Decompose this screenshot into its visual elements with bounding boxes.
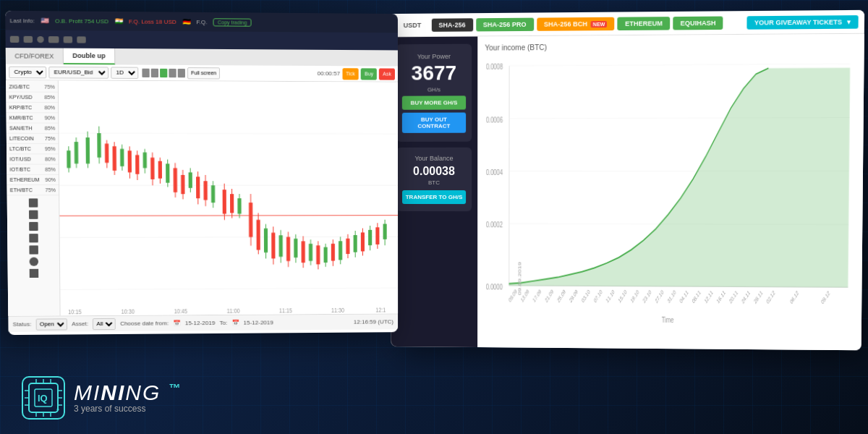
asset-type-select[interactable]: Crypto: [9, 66, 46, 78]
chart-icon-1[interactable]: [142, 68, 149, 77]
date-from-value: 15-12-2019: [185, 320, 216, 326]
date-to-label: To:: [219, 320, 227, 326]
balance-label: Your Balance: [402, 155, 466, 162]
sidebar-tool-5[interactable]: [29, 245, 38, 254]
buy-more-ghs-button[interactable]: BUY MORE GH/S: [402, 95, 466, 109]
tab-giveaway[interactable]: YOUR GIVEAWAY TICKETS ▾: [746, 15, 858, 30]
settings-icon[interactable]: [169, 68, 176, 77]
svg-text:24.11: 24.11: [741, 289, 751, 305]
zoom-icon[interactable]: [178, 69, 185, 77]
tab-ethereum[interactable]: ETHEREUM: [618, 17, 670, 30]
sidebar-tool-3[interactable]: [29, 222, 38, 231]
trading-sidebar: ZIG/BTC75% KPY/USD85% KRP/BTC80% KMR/BTC…: [6, 80, 60, 316]
asset-label: Asset:: [72, 320, 88, 327]
date-to-value: 15-12-2019: [244, 319, 273, 326]
list-item[interactable]: IOT/USD80%: [7, 154, 59, 164]
trading-panel: Last Info: 🇺🇸 O.B. Profit 754 USD 🇮🇳 F.Q…: [5, 11, 398, 335]
svg-line-0: [59, 133, 397, 134]
calendar-icon[interactable]: 📅: [173, 320, 180, 326]
sidebar-tool-4[interactable]: [29, 234, 38, 242]
tick-button[interactable]: Tick: [342, 68, 359, 80]
iq-mining-logo-icon: IQ: [22, 376, 65, 420]
balance-card: Your Balance 0.00038 BTC TRANSFER TO GH/…: [396, 148, 472, 211]
svg-text:0.0002: 0.0002: [486, 220, 503, 229]
trader2-flag: 🇮🇳: [114, 17, 122, 25]
list-item[interactable]: KRP/BTC80%: [6, 103, 58, 114]
pair-select[interactable]: EUR/USD_Bid: [48, 67, 109, 79]
tab-sha256-bch[interactable]: SHA-256 BCH NEW: [537, 17, 615, 30]
list-item[interactable]: KMR/BTC90%: [7, 113, 59, 123]
tab-cfd-forex[interactable]: CFD/FOREX: [6, 48, 64, 64]
fullscreen-button[interactable]: Full screen: [187, 67, 220, 79]
calendar-icon-2[interactable]: 📅: [231, 320, 239, 326]
svg-text:0.0004: 0.0004: [486, 167, 503, 176]
svg-text:10:45: 10:45: [174, 307, 187, 315]
ask-button[interactable]: Ask: [379, 68, 395, 80]
svg-text:25.09: 25.09: [556, 289, 566, 305]
svg-text:12:1: 12:1: [375, 307, 386, 314]
balance-unit: BTC: [402, 179, 466, 186]
chart-icon-3[interactable]: [160, 68, 167, 77]
asset-select[interactable]: All: [93, 318, 116, 329]
trading-topbar: Last Info: 🇺🇸 O.B. Profit 754 USD 🇮🇳 F.Q…: [5, 11, 398, 33]
tab-sha256[interactable]: SHA-256: [431, 18, 472, 32]
sidebar-tool-1[interactable]: [28, 198, 38, 207]
list-item[interactable]: ETH/BTC75%: [7, 185, 59, 195]
list-item[interactable]: ZIG/BTC75%: [6, 82, 58, 93]
nav-icon-2[interactable]: [24, 35, 33, 42]
trader1-info: O.B. Profit 754 USD: [55, 17, 109, 25]
copy-trading-button[interactable]: Copy trading: [213, 18, 252, 27]
svg-text:31.10: 31.10: [667, 289, 677, 305]
sidebar-tool-6[interactable]: [29, 258, 38, 266]
trading-chart: 10:15 10:30 10:45 11:00 11:15 11:30 12:1: [59, 80, 398, 315]
tab-usdt[interactable]: USDT: [396, 18, 429, 31]
svg-text:15.10: 15.10: [618, 289, 628, 305]
list-item[interactable]: SAN/ETH85%: [7, 123, 59, 133]
svg-text:17.09: 17.09: [532, 289, 542, 305]
candlesticks: [67, 126, 387, 271]
status-select[interactable]: Open: [36, 318, 67, 330]
interval-select[interactable]: 1D: [111, 67, 138, 78]
sidebar-tool-2[interactable]: [28, 210, 38, 219]
power-card: Your Power 3677 GH/s BUY MORE GH/S BUY O…: [396, 44, 472, 142]
svg-text:20.11: 20.11: [728, 289, 739, 305]
svg-text:10:15: 10:15: [68, 308, 81, 315]
svg-text:11:00: 11:00: [226, 307, 239, 315]
svg-line-3: [60, 288, 398, 289]
trading-tabs: CFD/FOREX Double up: [6, 48, 398, 67]
svg-text:28.11: 28.11: [753, 289, 763, 305]
income-chart-area: 0.0008 0.0006 0.0004 0.0002 0.0000 09.09…: [485, 54, 856, 326]
trading-nav: [5, 30, 397, 50]
logo-svg: IQ: [23, 378, 64, 418]
trading-main: ZIG/BTC75% KPY/USD85% KRP/BTC80% KMR/BTC…: [6, 80, 398, 316]
date-from-label: Choose date from:: [120, 320, 169, 327]
svg-point-146: [57, 409, 59, 411]
svg-text:IQ: IQ: [38, 393, 48, 404]
tab-sha256-pro[interactable]: SHA-256 PRO: [476, 17, 534, 31]
bottom-logo: IQ MiNING ™ 3 years of success: [22, 376, 182, 420]
transfer-button[interactable]: TRANSFER TO GH/S: [402, 190, 466, 204]
list-item[interactable]: IOT/BTC85%: [7, 165, 59, 175]
time-display: 12:16:59 (UTC): [354, 318, 393, 325]
list-item[interactable]: ETHEREUM90%: [7, 175, 59, 185]
sidebar-tool-7[interactable]: [29, 269, 38, 278]
svg-text:08.11: 08.11: [692, 289, 702, 305]
nav-icons: [10, 35, 86, 43]
buy-button[interactable]: Buy: [361, 68, 377, 80]
chart-icon-2[interactable]: [151, 68, 158, 77]
buy-out-contract-button[interactable]: BUY OUT CONTRACT: [402, 113, 466, 133]
tab-double-up[interactable]: Double up: [64, 48, 116, 65]
nav-icon-1[interactable]: [10, 35, 20, 42]
nav-icon-4[interactable]: [48, 36, 59, 43]
chart-area: 10:15 10:30 10:45 11:00 11:15 11:30 12:1: [59, 80, 398, 315]
nav-icon-6[interactable]: [77, 36, 85, 43]
list-item[interactable]: KPY/USD85%: [6, 93, 58, 103]
logo-text-group: MiNING ™ 3 years of success: [74, 382, 182, 414]
nav-icon-3[interactable]: [37, 35, 43, 42]
list-item[interactable]: LITECOIN75%: [7, 134, 59, 144]
svg-line-2: [60, 237, 398, 237]
chevron-down-icon: ▾: [847, 18, 851, 25]
list-item[interactable]: LTC/BTC95%: [7, 144, 59, 154]
tab-equihash[interactable]: EQUIHASH: [673, 16, 723, 30]
nav-icon-5[interactable]: [64, 36, 73, 43]
